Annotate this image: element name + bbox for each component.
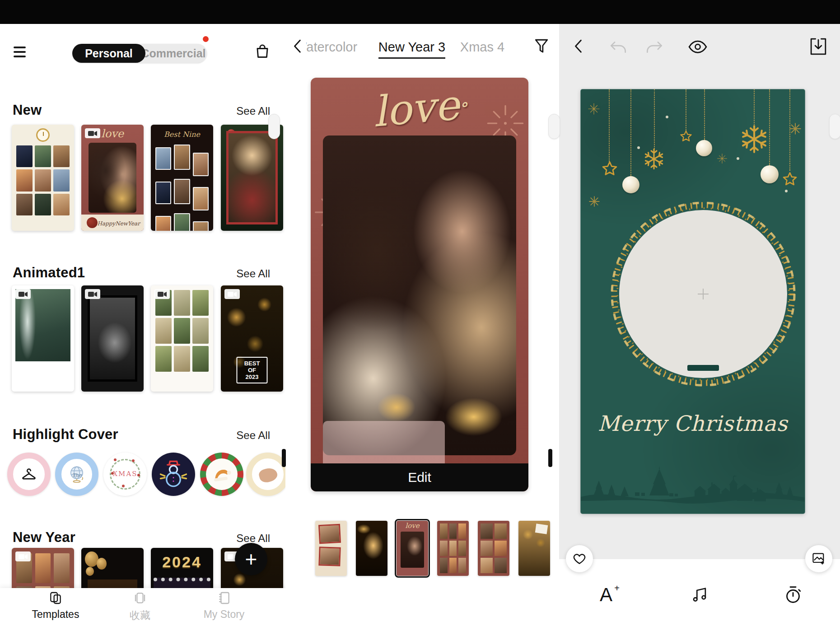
template-love-card[interactable]: love HappyNewYear — [81, 125, 144, 231]
cover-santa-hat[interactable] — [200, 453, 243, 496]
village-silhouette — [581, 453, 805, 514]
favorites-icon — [133, 591, 147, 605]
template-photo — [89, 143, 136, 213]
wax-seal-icon — [87, 217, 98, 228]
variant-thumbnail-4[interactable] — [437, 521, 469, 576]
globe-cover-text: The — [72, 472, 82, 478]
favorite-button[interactable] — [566, 545, 593, 572]
add-image-button[interactable] — [805, 545, 832, 572]
redo-icon[interactable] — [646, 41, 663, 53]
filter-icon[interactable] — [534, 38, 549, 55]
wreath-knot — [687, 365, 719, 371]
template-best-nine[interactable]: Best Nine — [151, 125, 213, 231]
greeting-text[interactable]: Merry Christmas — [581, 411, 805, 436]
nav-my-story[interactable]: My Story — [192, 591, 256, 621]
menu-icon[interactable] — [14, 47, 26, 58]
templates-browser-panel: Personal Commercial New See All Animated… — [0, 24, 285, 626]
video-badge-icon — [154, 289, 170, 299]
back-icon[interactable] — [292, 39, 303, 54]
variant-thumbnail-2[interactable] — [356, 521, 387, 576]
snowflake-ornament-icon — [740, 125, 769, 154]
add-image-icon — [812, 551, 826, 566]
notification-dot — [203, 36, 209, 42]
cover-hanger[interactable] — [7, 453, 51, 496]
status-bar — [0, 0, 840, 24]
section-title-new: New — [13, 102, 42, 118]
nav-templates[interactable]: Templates — [24, 591, 87, 621]
clock-ornament-icon — [36, 128, 50, 142]
toggle-commercial[interactable]: Commercial — [140, 44, 207, 63]
nav-favorites[interactable]: 收藏 — [108, 591, 172, 622]
ornament-string — [754, 89, 755, 126]
ornament-string — [686, 89, 686, 131]
cover-xmas-wreath[interactable]: XMAS — [103, 453, 147, 496]
drawer-handle[interactable] — [548, 114, 560, 139]
variant-thumbnail-6[interactable] — [518, 521, 550, 576]
tab-new-year-3[interactable]: New Year 3 — [371, 40, 453, 55]
ornament-string — [609, 89, 610, 162]
template-animated-grid[interactable] — [151, 285, 213, 392]
star-ornament-icon — [602, 161, 618, 177]
shopping-bag-icon[interactable] — [254, 42, 271, 61]
snowflake-ornament-icon — [643, 148, 665, 170]
sparkle-icon — [716, 153, 728, 164]
template-christmas-frame[interactable] — [221, 125, 283, 231]
preview-photo — [323, 135, 516, 455]
editor-canvas-card[interactable]: Merry Christmas — [580, 89, 805, 514]
template-animated-bw-film[interactable] — [81, 285, 144, 392]
timer-icon — [784, 585, 803, 604]
year-2024-text: 2024 — [151, 553, 213, 571]
add-template-button[interactable]: + — [235, 543, 267, 575]
xmas-cover-text: XMAS — [103, 470, 147, 478]
ornament-string — [630, 89, 631, 176]
drawer-handle[interactable] — [268, 114, 280, 139]
music-button[interactable] — [681, 581, 718, 608]
preview-eye-icon[interactable] — [688, 40, 707, 54]
cover-partial[interactable] — [246, 453, 285, 496]
snowflake-ornament-icon — [589, 196, 600, 207]
snowflake-ornament-icon — [789, 123, 801, 135]
edit-button[interactable]: Edit — [311, 463, 528, 491]
cover-neon-snowman[interactable] — [152, 453, 195, 496]
toggle-personal[interactable]: Personal — [72, 44, 145, 63]
template-new-year-collage[interactable] — [12, 125, 74, 231]
add-text-button[interactable]: A+ — [588, 581, 624, 608]
edge-scroll-bar[interactable] — [282, 449, 286, 467]
tab-watercolor[interactable]: Watercolor — [306, 40, 361, 56]
cover-globe[interactable]: The — [55, 453, 98, 496]
add-text-icon: A+ — [600, 584, 612, 606]
caption-script-text: HappyNewYear — [97, 220, 140, 227]
undo-icon[interactable] — [610, 41, 627, 53]
app-screenshot: Personal Commercial New See All Animated… — [0, 0, 840, 626]
tab-xmas-4[interactable]: Xmas 4 — [455, 40, 509, 55]
see-all-new[interactable]: See All — [236, 105, 270, 117]
editor-panel: Merry Christmas — [559, 24, 840, 626]
variant-thumbnail-5[interactable] — [478, 521, 509, 576]
download-icon[interactable] — [810, 38, 826, 55]
sparkle-icon — [587, 102, 601, 116]
photo-placeholder-wreath[interactable] — [604, 195, 803, 393]
star-ornament-icon — [782, 172, 798, 187]
video-badge-icon — [15, 289, 31, 299]
see-all-animated[interactable]: See All — [236, 267, 270, 280]
music-icon — [691, 586, 709, 604]
video-badge-icon — [15, 551, 31, 561]
edge-scroll-bar[interactable] — [548, 449, 552, 467]
see-all-highlight-cover[interactable]: See All — [236, 429, 270, 442]
active-tab-underline — [378, 57, 445, 59]
template-preview-card[interactable]: love∘ Edit — [311, 78, 528, 491]
pearl-bauble-icon — [696, 140, 712, 156]
variant-thumbnail-3-selected[interactable]: love — [397, 521, 428, 576]
drawer-handle[interactable] — [829, 114, 840, 139]
variant-thumbnail-1[interactable] — [315, 521, 347, 576]
timer-button[interactable] — [775, 581, 811, 608]
heart-icon — [573, 552, 586, 565]
back-icon[interactable] — [573, 39, 584, 54]
bottom-navigation: Templates 收藏 My Story — [0, 588, 285, 626]
template-preview-panel: Watercolor New Year 3 Xmas 4 love∘ Edit — [285, 24, 559, 626]
template-animated-waterfall[interactable] — [12, 285, 74, 392]
star-ornament-icon — [680, 130, 692, 143]
template-best-of-2023[interactable]: BEST OF 2023 — [221, 285, 283, 392]
pearl-bauble-icon — [761, 165, 779, 183]
personal-commercial-toggle[interactable]: Personal Commercial — [72, 44, 207, 63]
